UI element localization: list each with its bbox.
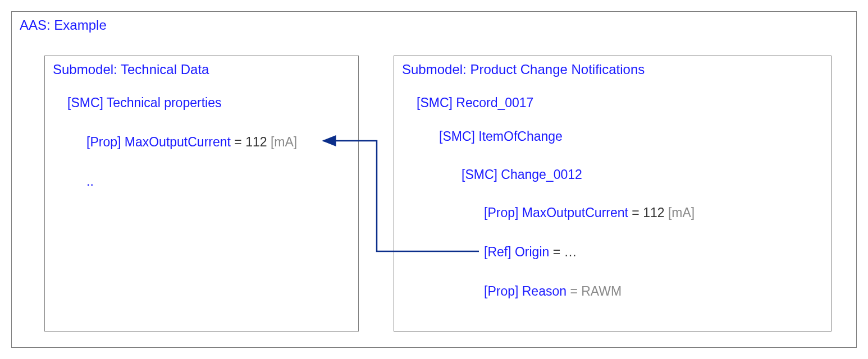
prop-label: [Prop] MaxOutputCurrent <box>86 135 231 149</box>
prop-eq: = <box>231 135 245 149</box>
submodel-pcn-title: Submodel: Product Change Notifications <box>402 62 645 77</box>
prop-reason: [Prop] Reason = RAWM <box>484 284 622 299</box>
smc-change-0012: [SMC] Change_0012 <box>462 167 582 182</box>
ellipsis: .. <box>86 174 94 189</box>
smc-item-of-change: [SMC] ItemOfChange <box>439 129 563 144</box>
prop-value: 112 <box>245 135 267 149</box>
smc-record-0017: [SMC] Record_0017 <box>417 95 533 111</box>
prop-eq: = <box>628 205 643 220</box>
submodel-product-change-notifications: Submodel: Product Change Notifications [… <box>394 56 832 332</box>
ref-eq: = <box>549 245 564 259</box>
prop-value: 112 <box>643 205 664 220</box>
prop-max-output-current-right: [Prop] MaxOutputCurrent = 112 [mA] <box>484 205 695 220</box>
aas-title: AAS: Example <box>20 17 107 33</box>
prop-unit: [mA] <box>665 205 695 220</box>
smc-technical-properties: [SMC] Technical properties <box>67 95 221 111</box>
prop-value: RAWM <box>581 284 622 298</box>
prop-eq: = <box>567 284 581 298</box>
ref-origin: [Ref] Origin = … <box>484 245 577 260</box>
prop-unit: [mA] <box>267 135 298 149</box>
prop-label: [Prop] MaxOutputCurrent <box>484 205 628 220</box>
prop-max-output-current-left: [Prop] MaxOutputCurrent = 112 [mA] <box>86 135 297 150</box>
ref-value: … <box>564 245 577 259</box>
submodel-technical-data-title: Submodel: Technical Data <box>53 62 209 77</box>
submodel-technical-data: Submodel: Technical Data [SMC] Technical… <box>44 56 359 332</box>
ref-label: [Ref] Origin <box>484 245 549 259</box>
aas-container: AAS: Example Submodel: Technical Data [S… <box>11 11 857 348</box>
prop-label: [Prop] Reason <box>484 284 567 298</box>
